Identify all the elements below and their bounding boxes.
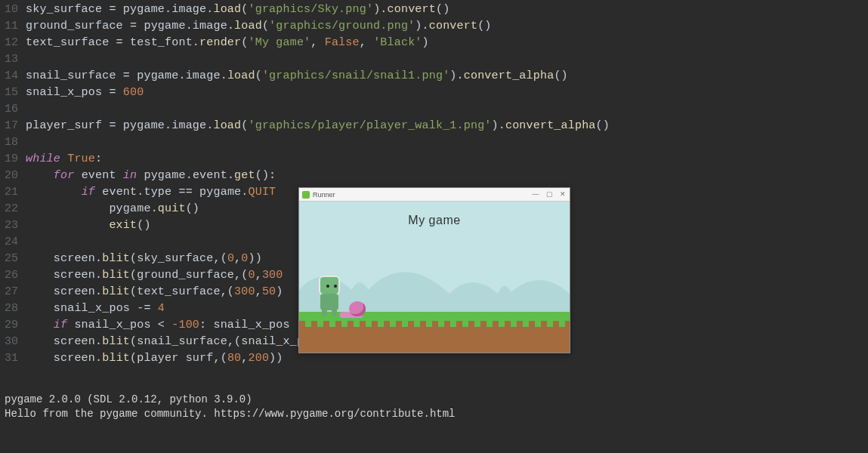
code-line[interactable]: 14snail_surface = pygame.image.load('gra… xyxy=(0,68,868,85)
line-number: 11 xyxy=(0,18,26,35)
code-line[interactable]: 15snail_x_pos = 600 xyxy=(0,85,868,101)
snail-sprite xyxy=(340,300,366,318)
line-number: 23 xyxy=(0,217,26,234)
code-line[interactable]: 17player_surf = pygame.image.load('graph… xyxy=(0,118,868,134)
line-number: 28 xyxy=(0,300,26,317)
code-content[interactable]: player_surf = pygame.image.load('graphic… xyxy=(26,118,610,134)
line-number: 30 xyxy=(0,334,26,350)
line-number: 27 xyxy=(0,284,26,300)
code-line[interactable]: 13 xyxy=(0,51,868,68)
line-number: 17 xyxy=(0,118,26,134)
line-number: 19 xyxy=(0,151,26,168)
terminal-line: Hello from the pygame community. https:/… xyxy=(5,407,456,421)
line-number: 26 xyxy=(0,267,26,284)
code-content[interactable]: snail_x_pos -= 4 xyxy=(26,300,165,317)
game-viewport: My game xyxy=(299,202,570,353)
pygame-window[interactable]: Runner — ▢ ✕ My game xyxy=(298,187,570,353)
code-content[interactable]: screen.blit(text_surface,(300,50) xyxy=(26,284,283,300)
ground-dirt xyxy=(299,327,570,353)
code-line[interactable]: 11ground_surface = pygame.image.load('gr… xyxy=(0,18,868,35)
line-number: 16 xyxy=(0,101,26,118)
line-number: 25 xyxy=(0,251,26,267)
code-content[interactable]: ground_surface = pygame.image.load('grap… xyxy=(26,18,492,35)
window-title: Runner xyxy=(313,191,335,199)
ground-trim xyxy=(299,321,570,327)
code-content[interactable]: snail_x_pos = 600 xyxy=(26,85,144,101)
code-content[interactable]: pygame.quit() xyxy=(26,201,199,217)
line-number: 29 xyxy=(0,317,26,334)
line-number: 13 xyxy=(0,51,26,68)
maximize-button[interactable]: ▢ xyxy=(544,188,554,200)
code-line[interactable]: 12text_surface = test_font.render('My ga… xyxy=(0,35,868,51)
code-line[interactable]: 18 xyxy=(0,134,868,151)
code-content[interactable]: while True: xyxy=(26,151,102,168)
code-content[interactable]: sky_surface = pygame.image.load('graphic… xyxy=(26,2,449,18)
code-content[interactable]: text_surface = test_font.render('My game… xyxy=(26,35,429,51)
code-line[interactable]: 10sky_surface = pygame.image.load('graph… xyxy=(0,2,868,18)
game-title-text: My game xyxy=(299,214,570,227)
line-number: 20 xyxy=(0,168,26,184)
line-number: 31 xyxy=(0,350,26,367)
minimize-button[interactable]: — xyxy=(530,188,541,200)
terminal-output: pygame 2.0.0 (SDL 2.0.12, python 3.9.0) … xyxy=(5,393,456,421)
code-content[interactable]: screen.blit(player surf,(80,200)) xyxy=(26,350,283,367)
line-number: 22 xyxy=(0,201,26,217)
line-number: 10 xyxy=(0,2,26,18)
window-titlebar[interactable]: Runner — ▢ ✕ xyxy=(299,188,570,202)
line-number: 21 xyxy=(0,184,26,201)
code-content[interactable]: screen.blit(ground_surface,(0,300 xyxy=(26,267,283,284)
code-content[interactable]: for event in pygame.event.get(): xyxy=(26,168,276,184)
code-content[interactable]: snail_surface = pygame.image.load('graph… xyxy=(26,68,568,85)
terminal-line: pygame 2.0.0 (SDL 2.0.12, python 3.9.0) xyxy=(5,393,456,407)
code-content[interactable]: exit() xyxy=(26,217,151,234)
close-button[interactable]: ✕ xyxy=(558,188,568,200)
code-content[interactable]: if snail_x_pos < -100: snail_x_pos xyxy=(26,317,290,334)
line-number: 15 xyxy=(0,85,26,101)
line-number: 24 xyxy=(0,234,26,251)
code-content[interactable]: if event.type == pygame.QUIT xyxy=(26,184,276,201)
line-number: 14 xyxy=(0,68,26,85)
app-icon xyxy=(302,191,310,199)
code-line[interactable]: 20 for event in pygame.event.get(): xyxy=(0,168,868,184)
code-content[interactable]: screen.blit(sky_surface,(0,0)) xyxy=(26,251,262,267)
line-number: 12 xyxy=(0,35,26,51)
line-number: 18 xyxy=(0,134,26,151)
code-line[interactable]: 19while True: xyxy=(0,151,868,168)
code-line[interactable]: 16 xyxy=(0,101,868,118)
